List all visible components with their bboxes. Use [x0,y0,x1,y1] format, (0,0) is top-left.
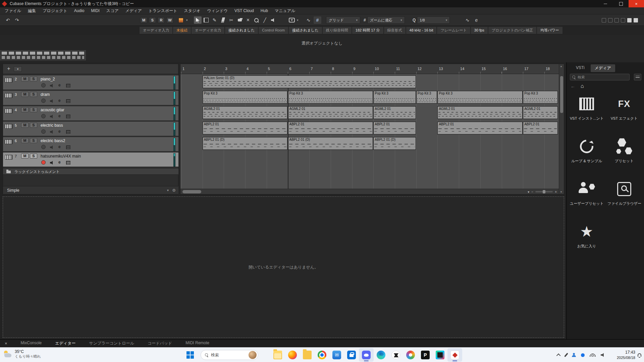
pointer-tool-icon[interactable] [194,16,202,24]
zoom-tool-icon[interactable] [253,16,260,24]
zoom-out-icon[interactable] [531,190,533,194]
status-segment[interactable]: 録音形式 48 kHz - 16 bit [384,27,437,34]
instrument-grid-icon[interactable] [66,99,70,103]
color-tool-caret-icon[interactable] [186,18,188,22]
solo-button[interactable]: S [30,76,37,81]
volume-icon[interactable] [601,353,605,357]
edit-channel-button[interactable]: e [58,83,61,87]
instrument-grid-icon[interactable] [66,130,70,134]
maximize-button[interactable] [613,0,629,7]
vertical-scrollbar[interactable] [559,64,564,194]
grid-type-dropdown[interactable]: グリッド [326,16,360,24]
lower-zone-tab[interactable]: MixConsole [21,341,42,346]
home-icon[interactable] [581,83,584,89]
instrument-grid-icon[interactable] [66,115,70,118]
taskbar-search-input[interactable] [211,353,241,357]
mute-button[interactable]: M [21,123,29,128]
quantize-edit-button[interactable]: e [473,16,480,24]
menu-item[interactable]: 編集 [24,7,39,14]
undo-icon[interactable] [4,16,12,24]
status-segment[interactable]: オーディオ入力 未接続 [140,27,191,34]
midi-clip[interactable]: AGML2 01 [437,106,523,119]
swing-icon[interactable] [464,16,471,24]
horizontal-scrollbar[interactable] [180,189,559,194]
edit-channel-button[interactable]: e [58,98,61,103]
track-row[interactable]: 3 M S dram e [3,91,179,106]
solo-button[interactable]: S [30,107,37,112]
glue-tool-icon[interactable] [236,16,244,24]
media-tile[interactable]: VST インスト...ント [570,95,603,121]
record-enable-button[interactable] [41,145,46,149]
record-enable-button[interactable] [41,160,46,165]
automation-button[interactable]: M [140,17,147,23]
menu-item[interactable]: ファイル [1,7,24,14]
track-row[interactable]: 4 M S acoustic gitar e [3,106,179,121]
taskbar-app[interactable] [329,348,344,362]
midi-clip[interactable]: ABPL2 01 (D) [373,137,416,150]
midi-clip[interactable]: Pop Kit 3 [416,91,437,104]
midi-clip[interactable]: Pop Kit 3 [523,91,558,104]
preset-gear-icon[interactable] [172,186,176,194]
monitor-icon[interactable] [50,161,54,165]
zoom-adapt-dropdown[interactable]: ズームに適応 [367,16,405,24]
midi-clip[interactable]: Pop Kit 3 [203,91,288,104]
zoom-slider[interactable] [535,191,553,192]
mute-button[interactable]: M [21,107,29,112]
lower-zone-tab[interactable]: MIDI Remote [185,341,209,346]
status-segment[interactable]: フレームレート 30 fps [437,27,487,34]
track-row[interactable]: 2 M S piano_2 e [3,75,179,90]
midi-clip[interactable]: AGML2 01 [373,106,416,119]
status-segment[interactable]: オーディオ出力 接続されました [192,27,258,34]
monitor-icon[interactable] [50,145,54,149]
menu-item[interactable]: プロジェクト [39,7,71,14]
midi-clip[interactable]: AGML2 01 [288,106,373,119]
mute-button[interactable]: M [21,92,29,97]
edit-channel-button[interactable]: e [58,160,61,165]
midi-clip[interactable]: Pop Kit 3 [373,91,416,104]
pen-icon[interactable] [564,353,568,357]
solo-button[interactable]: S [30,154,37,159]
track-row[interactable]: 7 M S hatsunemikuV4X main e [3,153,179,167]
right-zone-toggle-icon[interactable] [621,18,625,22]
layout-preset-icon[interactable] [627,18,632,22]
minimize-button[interactable] [598,0,613,7]
monitor-icon[interactable] [50,130,54,134]
edit-channel-button[interactable]: e [58,144,61,149]
status-segment[interactable]: プロジェクトのパン補正 均等パワー [488,27,562,34]
taskbar-app[interactable] [374,348,388,362]
mute-button[interactable]: M [21,76,29,81]
automation-button[interactable]: W [166,17,173,23]
preset-caret-icon[interactable] [167,186,169,194]
midi-clip[interactable]: HALion Sonic 01 (D) [203,75,416,88]
menu-item[interactable]: ウィンドウ [204,7,231,14]
media-tile[interactable]: FX VST エフェクト [607,95,641,121]
media-tile[interactable]: ユーザープリセット [570,180,603,206]
horizontal-scroll-thumb[interactable] [182,190,201,193]
erase-tool-icon[interactable] [219,16,227,24]
record-enable-button[interactable] [41,129,46,134]
notification-bell-icon[interactable] [638,353,641,357]
app-status-icon[interactable] [581,353,585,357]
automation-button[interactable]: S [149,17,156,23]
midi-clip[interactable]: ABPL2 01 [373,122,416,134]
midi-clip[interactable]: ABPL2 01 [437,122,523,134]
zoom-slider-thumb[interactable] [543,190,545,193]
setup-window-layout-icon[interactable] [634,18,638,22]
media-search-box[interactable] [570,74,630,80]
menu-item[interactable]: トランスポート [145,7,181,14]
midi-clip[interactable]: ABPL2 01 [203,122,288,134]
menu-item[interactable]: MIDI [88,7,103,14]
midi-clip[interactable]: ABPL2 01 (D) [203,137,288,150]
track-row[interactable]: 6 M S electric bass2 e [3,137,179,152]
solo-button[interactable]: S [30,92,37,97]
edit-channel-button[interactable]: e [58,129,61,134]
taskbar-clock[interactable]: 17:43 2025/08/18 [617,350,635,360]
midi-clip[interactable]: ABPL2 01 [288,122,373,134]
instrument-grid-icon[interactable] [66,84,70,87]
zoom-in-icon[interactable] [555,190,557,194]
menu-item[interactable]: スコア [103,7,122,14]
status-segment[interactable]: 残り録音時間 182 時間 17 分 [323,27,383,34]
timeline-ruler[interactable]: 123456789101112131415161718 [180,64,559,74]
mute-tool-icon[interactable] [244,16,252,24]
solo-button[interactable]: S [30,138,37,143]
